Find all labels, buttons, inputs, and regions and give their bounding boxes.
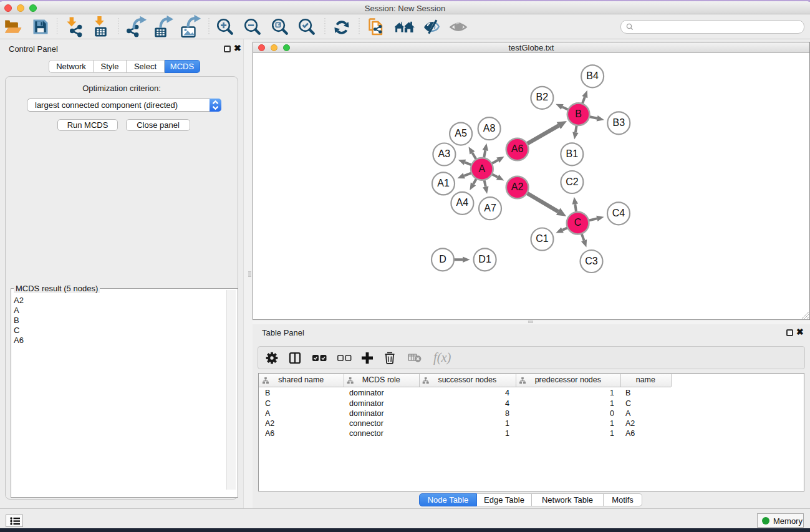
- svg-text:A1: A1: [437, 178, 450, 188]
- svg-text:A5: A5: [455, 128, 467, 138]
- svg-text:B: B: [575, 109, 582, 119]
- svg-text:C2: C2: [566, 177, 579, 187]
- svg-text:A: A: [479, 163, 486, 174]
- svg-text:A7: A7: [484, 203, 496, 213]
- svg-text:C3: C3: [585, 256, 598, 266]
- svg-text:B2: B2: [536, 92, 549, 102]
- svg-text:A6: A6: [511, 143, 524, 154]
- svg-text:A2: A2: [511, 181, 524, 192]
- svg-text:D: D: [439, 254, 446, 264]
- svg-text:f(x): f(x): [433, 351, 451, 365]
- svg-text:A4: A4: [456, 197, 469, 208]
- svg-text:C1: C1: [536, 233, 549, 244]
- svg-text:B4: B4: [586, 70, 599, 81]
- svg-text:C: C: [574, 217, 582, 228]
- svg-text:B3: B3: [613, 117, 625, 128]
- svg-text:A8: A8: [483, 123, 496, 133]
- svg-text:C4: C4: [612, 208, 625, 218]
- svg-text:A3: A3: [438, 148, 451, 159]
- svg-text:D1: D1: [478, 254, 491, 264]
- svg-text:B1: B1: [566, 148, 579, 159]
